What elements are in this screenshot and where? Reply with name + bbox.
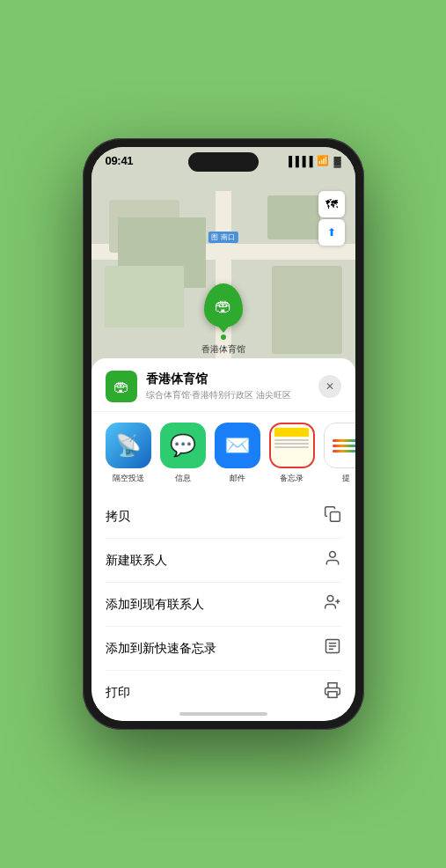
copy-label: 拷贝	[106, 509, 130, 525]
add-existing-label: 添加到现有联系人	[106, 597, 204, 613]
action-add-existing[interactable]: 添加到现有联系人	[106, 583, 341, 627]
add-notes-label: 添加到新快速备忘录	[106, 641, 216, 657]
notes-lines	[274, 439, 308, 448]
notes-label: 备忘录	[280, 473, 303, 484]
map-location-button[interactable]: ⬆	[318, 219, 345, 246]
venue-subtitle: 综合体育馆·香港特别行政区 油尖旺区	[146, 389, 310, 401]
phone-frame: 09:41 ▐▐▐▐ 📶 ▓ 图 南口	[83, 138, 364, 730]
svg-rect-0	[330, 512, 340, 522]
marker-dot	[221, 335, 226, 340]
message-icon-bg: 💬	[160, 423, 206, 468]
notes-header-strip	[274, 428, 308, 437]
home-indicator	[179, 712, 267, 716]
action-add-notes[interactable]: 添加到新快速备忘录	[106, 627, 341, 671]
action-list: 拷贝 新建联系人	[91, 495, 355, 721]
signal-icon: ▐▐▐▐	[285, 156, 312, 166]
share-item-airdrop[interactable]: 📡 隔空投送	[106, 423, 151, 484]
message-label: 信息	[175, 473, 191, 484]
wifi-icon: 📶	[317, 155, 329, 166]
venue-icon-symbol: 🏟	[113, 378, 129, 396]
close-icon: ✕	[325, 380, 334, 393]
print-icon	[324, 681, 341, 703]
action-print[interactable]: 打印	[106, 671, 341, 714]
stadium-icon: 🏟	[215, 296, 232, 316]
share-item-messages[interactable]: 💬 信息	[160, 423, 206, 484]
venue-info: 香港体育馆 综合体育馆·香港特别行政区 油尖旺区	[146, 371, 310, 401]
notes-line-1	[274, 439, 308, 441]
notes-icon-bg	[269, 423, 315, 468]
entrance-prefix: 图	[211, 233, 218, 241]
venue-name: 香港体育馆	[146, 371, 310, 387]
airdrop-label: 隔空投送	[113, 473, 144, 484]
action-new-contact[interactable]: 新建联系人	[106, 539, 341, 583]
print-label: 打印	[106, 685, 130, 701]
notes-line-2	[274, 443, 308, 445]
mail-icon: ✉️	[224, 433, 251, 458]
notes-icon-inner	[271, 424, 313, 467]
message-icon: 💬	[170, 433, 196, 458]
airdrop-icon-bg: 📡	[106, 423, 151, 468]
svg-point-2	[327, 596, 333, 602]
close-button[interactable]: ✕	[318, 375, 341, 398]
airdrop-icon: 📡	[115, 433, 142, 458]
sheet-header: 🏟 香港体育馆 综合体育馆·香港特别行政区 油尖旺区 ✕	[91, 358, 355, 412]
mail-icon-bg: ✉️	[215, 423, 260, 468]
phone-screen: 09:41 ▐▐▐▐ 📶 ▓ 图 南口	[91, 147, 355, 721]
battery-icon: ▓	[333, 156, 340, 166]
entrance-name: 南口	[221, 233, 235, 241]
more-icon-bg	[324, 423, 355, 468]
status-time: 09:41	[106, 154, 134, 167]
map-controls: 🗺 ⬆	[318, 191, 345, 246]
mail-label: 邮件	[230, 473, 245, 484]
stadium-marker[interactable]: 🏟 香港体育馆	[201, 283, 245, 356]
marker-pin: 🏟	[204, 283, 243, 327]
map-layers-icon: 🗺	[325, 197, 338, 211]
share-apps-row: 📡 隔空投送 💬 信息 ✉️ 邮件	[91, 412, 355, 495]
copy-icon	[324, 505, 341, 527]
more-label: 提	[342, 473, 350, 484]
add-notes-icon	[324, 637, 341, 659]
new-contact-icon	[324, 549, 341, 571]
bottom-sheet: 🏟 香港体育馆 综合体育馆·香港特别行政区 油尖旺区 ✕ 📡 隔空投送	[91, 358, 355, 721]
share-item-notes[interactable]: 备忘录	[269, 423, 315, 484]
map-layers-button[interactable]: 🗺	[318, 191, 345, 217]
action-copy[interactable]: 拷贝	[106, 495, 341, 539]
new-contact-label: 新建联系人	[106, 553, 167, 569]
svg-point-1	[329, 552, 335, 558]
dynamic-island	[188, 152, 259, 172]
add-existing-icon	[324, 593, 341, 615]
map-block-5	[267, 195, 320, 239]
marker-label: 香港体育馆	[201, 343, 245, 356]
notes-line-3	[274, 446, 308, 448]
status-icons: ▐▐▐▐ 📶 ▓	[285, 155, 340, 166]
venue-icon: 🏟	[106, 371, 137, 402]
map-block-4	[272, 266, 342, 354]
location-arrow-icon: ⬆	[327, 226, 336, 239]
share-item-mail[interactable]: ✉️ 邮件	[215, 423, 260, 484]
map-entrance-label: 图 南口	[208, 232, 238, 243]
map-block-3	[105, 266, 184, 327]
svg-rect-9	[328, 692, 337, 698]
share-item-more[interactable]: 提	[324, 423, 355, 484]
